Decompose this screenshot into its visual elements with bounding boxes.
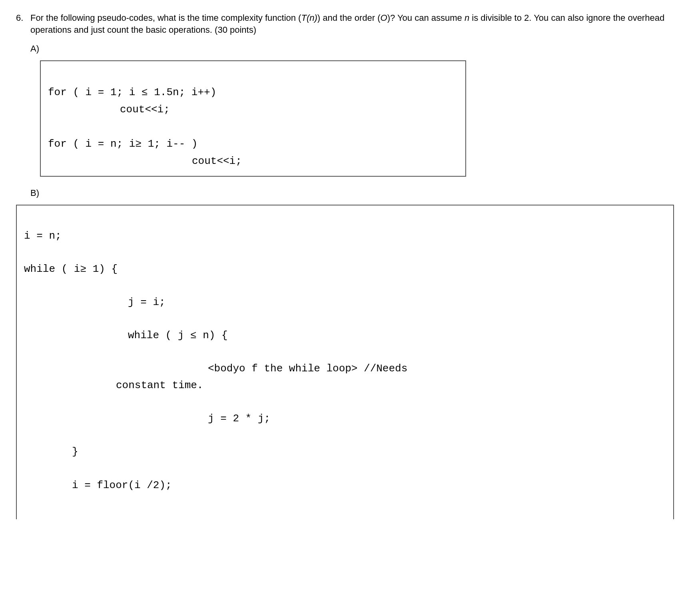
qtext-before-tn: For the following pseudo-codes, what is … [30,13,301,23]
question-number: 6. [16,12,30,24]
codeB-line5: <bodyo f the while loop> //Needs [24,361,666,377]
tn-symbol: T(n) [301,13,317,23]
codeB-line3: j = i; [24,294,666,311]
codeB-line5b: constant time. [24,377,666,394]
codeB-line8: i = floor(i /2); [24,477,666,494]
codeA-line4: cout<<i; [48,153,458,170]
codeB-line2: while ( i≥ 1) { [24,261,666,278]
codeB-line4: while ( j ≤ n) { [24,327,666,344]
codeA-line2: cout<<i; [48,101,458,118]
part-a-label: A) [30,43,674,55]
code-box-a: for ( i = 1; i ≤ 1.5n; i++) cout<<i; for… [40,60,466,177]
codeB-line6: j = 2 * j; [24,411,666,427]
question-text: For the following pseudo-codes, what is … [30,12,674,36]
codeB-line7: } [24,444,666,461]
codeA-line3: for ( i = n; i≥ 1; i-- ) [48,138,197,150]
bigO-symbol: O [381,13,387,23]
n-symbol: n [465,13,469,23]
codeA-line1: for ( i = 1; i ≤ 1.5n; i++) [48,86,216,98]
part-b-label: B) [30,187,674,199]
qtext-mid1: ) and the order ( [317,13,381,23]
question-block: 6. For the following pseudo-codes, what … [16,12,674,36]
code-box-b: i = n; while ( i≥ 1) { j = i; while ( j … [16,205,674,519]
qtext-mid2: )? You can assume [387,13,465,23]
codeB-line1: i = n; [24,228,666,245]
